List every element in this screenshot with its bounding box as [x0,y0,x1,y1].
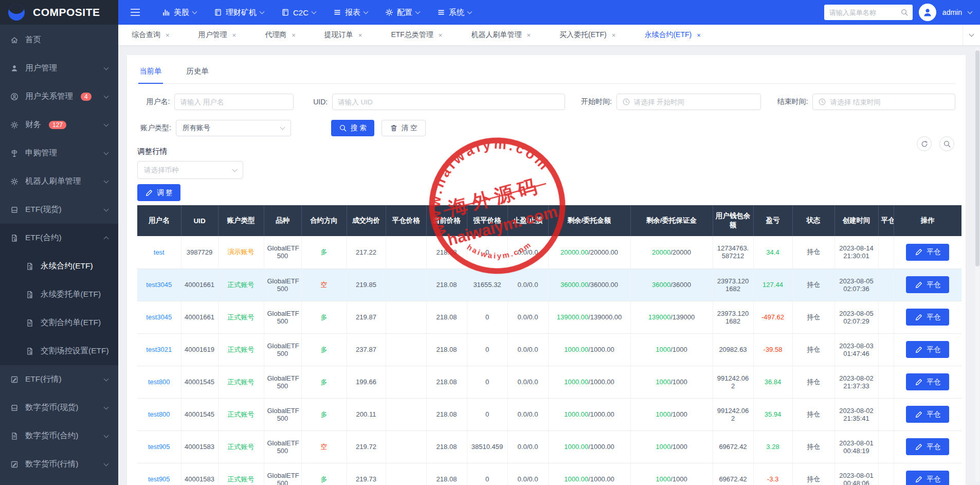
cell-tp-sl: 0.0/0.0 [507,398,548,430]
search-button[interactable]: 搜 索 [331,120,374,136]
username-link[interactable]: test800 [148,378,170,386]
close-icon[interactable]: × [527,31,531,39]
hamburger-menu-icon[interactable] [131,9,140,16]
username-input[interactable] [180,98,287,106]
tab-item[interactable]: 提现订单× [324,30,362,40]
clear-button[interactable]: 清 空 [382,120,426,136]
username-link[interactable]: test [154,248,165,256]
topnav-menu-label: 配置 [397,8,412,17]
username-link[interactable]: test3021 [146,346,172,353]
topnav-menu-item[interactable]: 美股 [153,0,205,25]
sidebar-item[interactable]: 用户管理 [0,54,118,82]
sidebar-subitem[interactable]: 交割合约单(ETF) [0,309,118,337]
tab-item[interactable]: 用户管理× [198,30,237,40]
tab-item[interactable]: 综合查询× [132,30,170,40]
sidebar-subitem[interactable]: 永续合约(ETF) [0,252,118,280]
close-position-button[interactable]: 平仓 [906,309,949,326]
close-icon[interactable]: × [166,31,170,39]
sidebar-item[interactable]: ETF(现货) [0,195,118,224]
sidebar-subitem[interactable]: 永续委托单(ETF) [0,280,118,309]
search-toggle-button[interactable] [939,136,954,151]
sidebar-subitem[interactable]: 交割场控设置(ETF) [0,337,118,365]
topnav-menu-item[interactable]: 系统 [428,0,480,25]
close-icon[interactable]: × [439,31,443,39]
close-position-button[interactable]: 平仓 [906,406,949,423]
sidebar-item[interactable]: 首页 [0,26,118,54]
close-position-button[interactable]: 平仓 [906,341,949,358]
sidebar-item[interactable]: ETF(行情) [0,365,118,393]
column-header: 合约方向 [301,205,347,236]
sidebar-item-label: 数字货币(行情) [25,459,78,470]
page-scrollbar-thumb[interactable] [975,50,979,266]
tab-item[interactable]: 机器人刷单管理× [471,30,531,40]
sidebar-item[interactable]: 申购管理 [0,139,118,167]
tab-item[interactable]: ETF总类管理× [391,30,442,40]
sidebar-item[interactable]: 数字货币(行情) [0,450,118,478]
sidebar-item[interactable]: 机器人刷单管理 [0,167,118,195]
username-link[interactable]: test800 [148,410,170,418]
avatar[interactable] [919,4,936,21]
account-type-select[interactable]: 所有账号 [176,120,291,136]
close-icon[interactable]: × [358,31,362,39]
close-icon[interactable]: × [697,31,701,39]
end-time-input[interactable] [830,98,950,106]
close-position-button[interactable]: 平仓 [906,373,949,390]
search-icon[interactable] [900,8,909,16]
start-time-field[interactable] [616,94,761,110]
coin-select[interactable]: 请选择币种 [137,161,243,179]
close-position-button[interactable]: 平仓 [906,438,949,455]
cell-liquidation-price: 0 [467,463,507,485]
chevron-down-icon[interactable] [968,9,973,14]
adjust-button[interactable]: 调 整 [137,184,180,201]
username-link[interactable]: test3045 [146,313,172,321]
topnav-menu-item[interactable]: 配置 [376,0,428,25]
topnav-menu-item[interactable]: 报表 [324,0,376,25]
cell-close-price [386,366,426,398]
shop-icon [10,404,19,412]
username-link[interactable]: test905 [148,475,170,483]
cell-username: test3045 [137,268,181,301]
close-icon[interactable]: × [292,31,296,39]
cell-close-time [878,236,894,268]
username-link[interactable]: test3045 [146,281,172,289]
close-icon[interactable]: × [232,31,237,39]
sidebar-item[interactable]: 数字货币(现货) [0,393,118,422]
filter-row-1: 用户名: UID: 开始时间: 结束时间: [137,94,955,110]
tab-item[interactable]: 代理商× [265,30,296,40]
tab-item[interactable]: 买入委托(ETF)× [559,30,615,40]
refresh-button[interactable] [917,136,932,151]
cell-wallet-balance: 23973.1201682 [713,268,753,301]
close-position-button[interactable]: 平仓 [906,244,949,261]
close-position-button[interactable]: 平仓 [906,471,949,485]
end-time-field[interactable] [812,94,955,110]
cell-username: test [137,236,181,268]
orders-table: 用户名UID账户类型品种合约方向成交均价平仓价格当前价格强平价格止盈/止损剩余/… [137,205,961,485]
sidebar-item-label: 首页 [25,34,41,45]
cell-symbol: GlobalETF 500 [264,398,301,430]
order-tab[interactable]: 历史单 [186,63,210,83]
chevron-down-icon [260,9,265,14]
sidebar-item-label: ETF(行情) [25,374,62,385]
topnav-menu-item[interactable]: C2C [273,0,324,25]
close-position-button[interactable]: 平仓 [906,276,949,293]
sidebar-item[interactable]: 数字货币(合约) [0,422,118,450]
username-link[interactable]: test905 [148,443,170,451]
menu-search-input[interactable] [829,9,900,16]
doc-icon [10,432,19,440]
sidebar-item[interactable]: 用户关系管理4 [0,82,118,111]
admin-username[interactable]: admin [942,8,962,16]
sidebar-item[interactable]: ETF(合约) [0,224,118,252]
sidebar-item[interactable]: 财务127 [0,111,118,139]
sidebar-subitem-label: 永续合约(ETF) [41,261,93,272]
close-icon[interactable]: × [612,31,616,39]
tab-item[interactable]: 永续合约(ETF)× [644,30,700,40]
uid-input[interactable] [338,98,559,106]
table-row: test304540001661正式账号GlobalETF 500多219.87… [137,301,961,333]
tabs-overflow-button[interactable] [963,25,980,45]
order-tab[interactable]: 当前单 [138,63,163,84]
start-time-input[interactable] [634,98,755,106]
sidebar-item-label: 机器人刷单管理 [25,176,81,187]
adjust-button-row: 调 整 [137,184,955,201]
topnav-menus: 美股理财矿机C2C报表配置系统 [153,0,480,25]
topnav-menu-item[interactable]: 理财矿机 [205,0,273,25]
